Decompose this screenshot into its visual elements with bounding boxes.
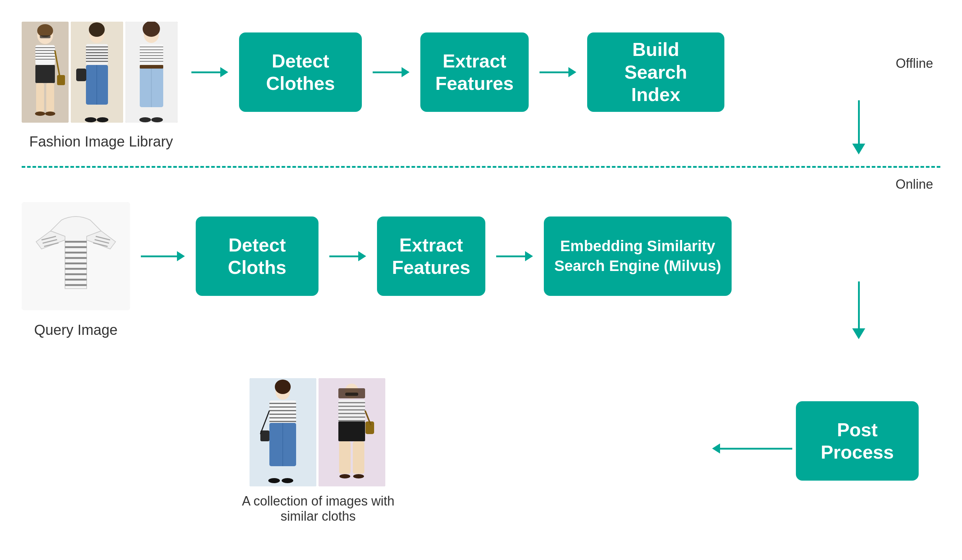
results-images <box>250 378 387 486</box>
svg-point-29 <box>85 117 97 122</box>
arrow-v-head <box>852 328 865 339</box>
arrow-query-to-detect <box>141 251 185 261</box>
diagram-container: Detect Clothes Extract Features Build Se… <box>0 0 962 560</box>
svg-point-15 <box>35 111 45 116</box>
svg-point-77 <box>268 478 280 483</box>
arrow-images-to-detect <box>191 67 228 77</box>
arrow-head <box>220 67 228 77</box>
query-image <box>22 202 130 310</box>
extract-features-bottom-box: Extract Features <box>377 217 485 296</box>
svg-rect-4 <box>36 45 55 65</box>
fashion-image-library-label: Fashion Image Library <box>22 134 181 150</box>
detect-cloths-label: Detect Cloths <box>228 234 286 279</box>
online-label: Online <box>896 177 933 192</box>
fashion-img-1 <box>22 22 69 123</box>
arrow-head-left <box>712 443 720 454</box>
arrow-line <box>720 448 792 450</box>
post-process-box: Post Process <box>796 401 918 481</box>
offline-section: Detect Clothes Extract Features Build Se… <box>22 22 940 123</box>
arrow-line <box>329 256 358 257</box>
build-search-index-label: Build Search Index <box>625 38 687 106</box>
svg-rect-44 <box>140 65 163 69</box>
arrow-v-line <box>858 100 860 143</box>
arrow-line <box>141 256 177 257</box>
arrow-head <box>525 251 533 261</box>
arrow-down-from-build <box>852 100 865 154</box>
svg-rect-12 <box>46 83 54 112</box>
svg-point-16 <box>45 111 55 116</box>
arrow-line <box>496 256 525 257</box>
results-label: A collection of images with similar clot… <box>242 494 394 524</box>
svg-rect-75 <box>260 430 270 441</box>
detect-clothes-label: Detect Clothes <box>266 50 335 95</box>
extract-features-top-box: Extract Features <box>420 32 529 112</box>
svg-rect-3 <box>40 35 50 38</box>
arrow-line <box>191 71 220 73</box>
svg-point-95 <box>339 474 350 478</box>
svg-rect-90 <box>338 422 365 441</box>
svg-point-30 <box>97 117 108 122</box>
results-area: A collection of images with similar clot… <box>242 378 394 524</box>
svg-point-45 <box>139 117 151 122</box>
arrow-head <box>402 67 410 77</box>
embedding-search-label: Embedding Similarity Search Engine (Milv… <box>554 237 721 276</box>
svg-rect-31 <box>76 69 86 81</box>
arrow-down-from-embedding <box>852 282 865 339</box>
arrow-detect-to-extract-bottom <box>329 251 366 261</box>
detect-cloths-box: Detect Cloths <box>196 217 318 296</box>
build-search-index-box: Build Search Index <box>587 32 725 112</box>
svg-point-2 <box>37 24 53 37</box>
arrow-line <box>539 71 568 73</box>
svg-rect-82 <box>345 393 358 396</box>
arrow-head <box>568 67 576 77</box>
arrow-post-to-results <box>712 443 792 454</box>
arrow-detect-to-extract-top <box>373 67 410 77</box>
fashion-img-2 <box>71 22 123 123</box>
svg-point-19 <box>89 23 105 37</box>
svg-rect-92 <box>353 441 364 474</box>
offline-label: Offline <box>896 56 933 71</box>
extract-features-bottom-label: Extract Features <box>392 234 471 279</box>
query-image-label: Query Image <box>22 322 130 338</box>
svg-rect-10 <box>36 65 55 83</box>
post-process-label: Post Process <box>821 418 894 463</box>
svg-rect-11 <box>36 83 44 112</box>
arrow-v-head <box>852 143 865 154</box>
fashion-img-3 <box>125 22 178 123</box>
detect-clothes-box: Detect Clothes <box>239 32 362 112</box>
result-img-2 <box>318 378 385 486</box>
svg-rect-91 <box>339 441 351 474</box>
embedding-search-box: Embedding Similarity Search Engine (Milv… <box>544 217 731 296</box>
arrow-v-line <box>858 282 860 328</box>
svg-point-34 <box>143 22 160 37</box>
section-divider <box>22 166 940 168</box>
svg-rect-14 <box>57 75 65 85</box>
arrow-extract-to-build <box>539 67 576 77</box>
online-section: Detect Cloths Extract Features Embedding… <box>22 202 940 310</box>
svg-point-96 <box>353 474 364 478</box>
arrow-extract-to-embedding <box>496 251 533 261</box>
arrow-head <box>358 251 366 261</box>
extract-features-top-label: Extract Features <box>436 50 514 95</box>
arrow-head <box>177 251 185 261</box>
svg-point-78 <box>282 478 293 483</box>
svg-point-65 <box>275 380 291 394</box>
arrow-line <box>373 71 402 73</box>
fashion-image-library <box>22 22 181 123</box>
result-img-1 <box>250 378 316 486</box>
svg-point-46 <box>151 117 163 122</box>
